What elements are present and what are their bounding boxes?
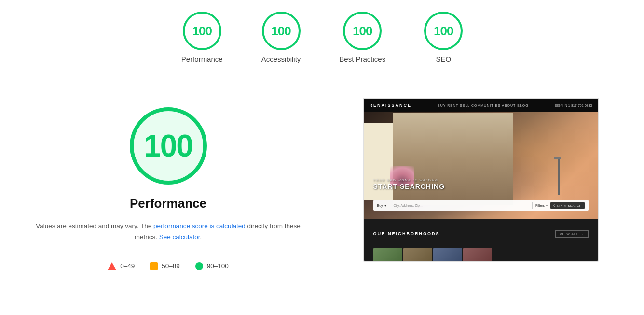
preview-neighborhoods: OUR NEIGHBORHOODS VIEW ALL →	[364, 219, 598, 248]
performance-label: Performance	[181, 55, 223, 63]
legend-mid: 50–89	[150, 262, 180, 270]
calculator-link[interactable]: See calculator	[159, 233, 200, 241]
preview-nav: RENAISSANCE BUY RENT SELL COMMUNITIES AB…	[364, 99, 598, 112]
best-practices-score: 100	[353, 24, 372, 39]
legend-low-range: 0–49	[120, 262, 135, 270]
building-main	[393, 113, 513, 205]
preview-thumbnails	[364, 248, 598, 262]
seo-label: SEO	[436, 55, 451, 63]
preview-filters: Filters ≡	[535, 204, 548, 207]
seo-score: 100	[434, 24, 453, 39]
bottom-section: 100 Performance Values are estimated and…	[0, 73, 644, 305]
metric-performance: 100 Performance	[181, 12, 223, 63]
metric-accessibility: 100 Accessibility	[261, 12, 301, 63]
preview-search-input: City, Address, Zip...	[393, 204, 529, 207]
thumbnail-1	[373, 248, 402, 262]
score-legend: 0–49 50–89 90–100	[108, 262, 229, 270]
preview-view-all: VIEW ALL →	[555, 230, 589, 238]
metric-best-practices: 100 Best Practices	[339, 12, 385, 63]
preview-neighborhoods-title: OUR NEIGHBORHOODS	[373, 231, 440, 236]
preview-search-button: ⚲ START SEARCH	[550, 202, 584, 209]
seo-circle: 100	[424, 12, 463, 50]
legend-low: 0–49	[108, 262, 135, 270]
triangle-icon	[108, 262, 116, 270]
performance-circle: 100	[183, 12, 221, 50]
lamp-post	[558, 157, 560, 195]
legend-high: 90–100	[195, 262, 229, 270]
performance-score-link[interactable]: performance score is calculated	[153, 222, 246, 229]
left-panel: 100 Performance Values are estimated and…	[10, 88, 327, 280]
performance-score: 100	[192, 24, 212, 39]
thumbnail-4	[463, 248, 492, 262]
big-score-number: 100	[144, 128, 192, 164]
best-practices-circle: 100	[343, 12, 382, 50]
preview-overlay-text: YOUR NEW HOME IS WAITING START SEARCHING	[373, 179, 445, 190]
preview-search-bar: Buy ▼ City, Address, Zip... Filters ≡ ⚲ …	[373, 200, 589, 211]
preview-nav-links: BUY RENT SELL COMMUNITIES ABOUT BLOG	[438, 104, 529, 107]
thumbnail-3	[433, 248, 462, 262]
preview-brand: RENAISSANCE	[370, 103, 412, 108]
square-icon	[150, 262, 158, 270]
right-panel: RENAISSANCE BUY RENT SELL COMMUNITIES AB…	[327, 88, 634, 272]
website-preview: RENAISSANCE BUY RENT SELL COMMUNITIES AB…	[363, 98, 599, 262]
big-score-circle: 100	[130, 107, 207, 185]
best-practices-label: Best Practices	[339, 55, 385, 63]
metric-seo: 100 SEO	[424, 12, 463, 63]
top-metrics-bar: 100 Performance 100 Accessibility 100 Be…	[0, 0, 644, 73]
accessibility-label: Accessibility	[261, 55, 301, 63]
preview-headline: START SEARCHING	[373, 183, 445, 190]
accessibility-score: 100	[271, 24, 290, 39]
description-text: Values are estimated and may vary. The p…	[33, 221, 303, 243]
preview-subtitle: YOUR NEW HOME IS WAITING	[373, 179, 445, 182]
performance-title: Performance	[130, 196, 206, 211]
preview-hero: YOUR NEW HOME IS WAITING START SEARCHING…	[364, 112, 598, 219]
legend-mid-range: 50–89	[162, 262, 180, 270]
thumbnail-2	[403, 248, 432, 262]
description-part3: .	[200, 233, 202, 241]
accessibility-circle: 100	[262, 12, 301, 50]
preview-nav-right: SIGN IN 1-817-752-0883	[555, 104, 592, 107]
search-divider-2	[532, 202, 533, 209]
search-divider	[390, 202, 390, 209]
legend-high-range: 90–100	[207, 262, 229, 270]
circle-icon	[195, 262, 203, 270]
description-part1: Values are estimated and may vary. The	[36, 222, 153, 229]
preview-search-buy: Buy ▼	[377, 204, 387, 207]
